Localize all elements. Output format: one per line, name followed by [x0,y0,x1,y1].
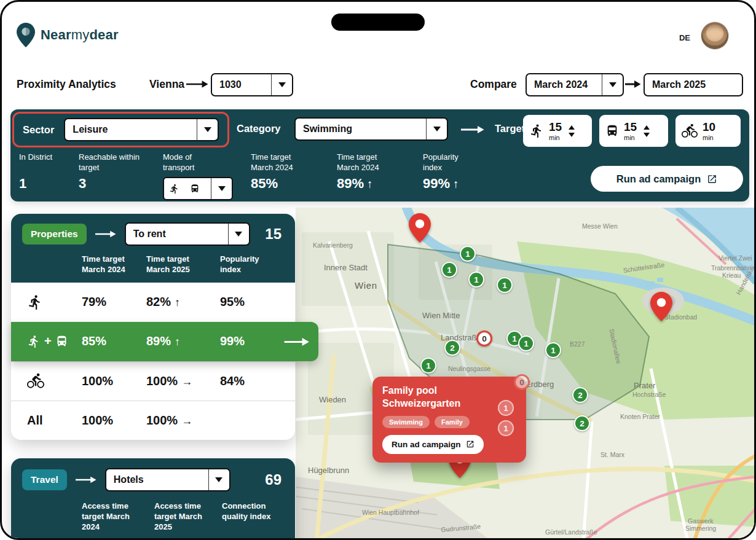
trend-up-icon: ↑ [453,178,459,190]
travel-count: 69 [265,471,284,488]
trend-flat-icon: → [181,375,192,388]
minutes-stepper[interactable] [569,125,575,137]
walk-icon [27,294,43,310]
bus-icon [605,124,619,138]
map-count-marker[interactable]: 1 [498,420,514,436]
target-minutes: 10 [703,121,715,133]
property-row-all[interactable]: All 100% 100%→ [11,401,295,440]
map-label: Wien Hauptbahnhof [362,509,419,516]
sector-label: Sector [23,124,54,136]
caret-down-icon [215,477,222,482]
language-toggle[interactable]: DE [679,33,690,42]
map-pin[interactable] [409,213,431,245]
map-label: Simmering [685,525,716,532]
map-pin[interactable] [650,292,672,324]
logo-pin-icon [17,23,35,47]
decrement-icon [644,133,650,137]
mode-of-transport-select[interactable]: + [163,177,233,200]
column-header: Connection quality index [222,501,274,533]
map[interactable]: KalvarienbergInnere StadtWienMesse WienV… [296,208,756,540]
map-label: Wieden [319,395,346,404]
stat-reachable: Reachable within target 3 [79,152,143,192]
column-header: Access time target March 2024 [82,501,133,533]
map-count-marker[interactable]: 1 [420,358,436,374]
map-count-marker[interactable]: 0 [514,374,530,390]
map-label: Viertel Zwei [719,254,752,262]
map-label: Neulingsgasse [448,365,490,372]
increment-icon [644,125,650,130]
map-count-marker[interactable]: 1 [460,246,476,262]
external-link-icon [707,174,717,184]
district-value: 1030 [212,79,271,90]
trend-up-icon: ↑ [367,178,373,190]
target-bus-box[interactable]: 15min [599,115,668,147]
bike-icon [27,372,44,389]
brand-name: Nearmydear [41,27,119,43]
popup-run-ad-button[interactable]: Run ad campaign [382,435,484,454]
compare-to-select[interactable]: March 2025 [644,73,743,96]
avatar[interactable] [701,22,728,49]
map-label: Hügelbrunn [308,466,349,475]
target-walk-box[interactable]: 15min [523,115,592,147]
map-label: Hochstraße [632,391,666,398]
map-label: Innere Stadt [324,263,368,272]
property-row-walk-bus[interactable]: + 85% 89%↑ 99% [11,322,318,361]
column-header: Access time target March 2025 [154,501,206,533]
caret-down-icon [235,232,242,237]
map-count-marker[interactable]: 0 [476,331,492,346]
camera-notch [331,14,425,31]
category-select[interactable]: Swimming [294,117,448,141]
walk-icon [169,184,179,194]
property-row-bike[interactable]: 100% 100%→ 84% [11,361,295,401]
bus-icon [55,335,68,348]
brand-logo[interactable]: Nearmydear [17,23,119,47]
map-label: Gaswerk [688,517,713,525]
minutes-stepper[interactable] [644,125,650,137]
walk-icon [529,123,544,138]
arrow-right-icon [186,80,208,88]
sector-select[interactable]: Leisure [64,118,219,141]
map-count-marker[interactable]: 1 [441,262,457,278]
target-bike-box[interactable]: 10min [675,115,741,147]
map-count-marker[interactable]: 1 [497,277,513,293]
arrow-right-icon [284,337,310,346]
travel-badge[interactable]: Travel [22,469,67,490]
map-count-marker[interactable]: 1 [498,400,514,416]
map-label: Landstraße [441,333,481,342]
control-bar: Sector Leisure Category Swimming Target … [10,109,749,202]
map-label: B227 [570,340,585,348]
travel-type-select[interactable]: Hotels [105,468,230,491]
stat-in-district: In District 1 [19,152,52,192]
district-select[interactable]: 1030 [211,73,293,96]
sector-group: Sector Leisure [12,112,229,147]
category-label: Category [237,123,281,135]
properties-type-select[interactable]: To rent [125,222,250,246]
map-count-marker[interactable]: 2 [574,415,590,431]
plus-sign: + [182,184,187,194]
arrow-right-icon [76,475,96,484]
map-label: Kalvarienberg [313,241,353,249]
caret-down-icon [204,127,211,132]
map-count-marker[interactable]: 2 [444,340,460,356]
stat-mode-of-transport: Mode of transport + [163,152,233,200]
map-count-marker[interactable]: 2 [572,387,588,403]
map-label: St. Marx [600,451,624,458]
bus-icon [190,184,200,194]
map-label: Prater [634,381,655,390]
column-header: Time target March 2025 [146,254,202,275]
caret-down-icon [433,127,441,131]
compare-from-select[interactable]: March 2024 [526,73,624,96]
property-row-walk[interactable]: 79% 82%↑ 95% [11,283,295,322]
map-count-marker[interactable]: 1 [518,335,534,351]
map-count-marker[interactable]: 1 [468,272,484,288]
properties-card: Properties To rent 15 Time target March … [11,214,295,440]
trend-flat-icon: → [181,415,192,427]
run-ad-campaign-button[interactable]: Run ad campaign [591,166,743,192]
map-count-marker[interactable]: 1 [545,342,561,358]
caret-down-icon [218,186,226,191]
stat-popularity-index: Popularity index 99%↑ [423,152,473,192]
tag-swimming: Swimming [382,416,430,428]
column-header: Time target March 2024 [82,254,137,275]
properties-badge[interactable]: Properties [22,224,87,245]
map-label: Messe Wien [582,222,618,230]
